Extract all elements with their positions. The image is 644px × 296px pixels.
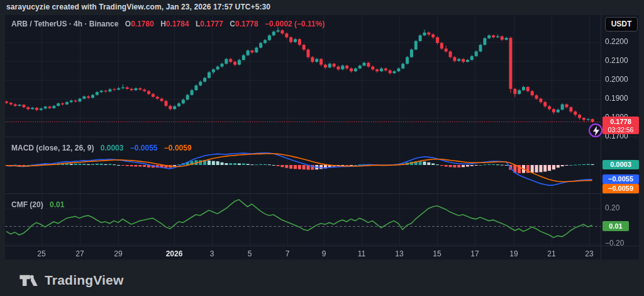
macd-hist-value: 0.0003 [101, 144, 124, 152]
tradingview-mark-icon [19, 271, 40, 289]
macd-line-badge: −0.0055 [602, 174, 639, 184]
price-tick-label: 0.2200 [605, 37, 628, 46]
price-tick-label: 0.1900 [605, 94, 628, 103]
time-tick-label: 19 [509, 249, 518, 258]
time-tick-label: 7 [286, 249, 290, 258]
last-price-value: 0.1778 [602, 118, 639, 126]
price-tick-label: 0.2000 [605, 75, 628, 84]
macd-legend[interactable]: MACD (close, 12, 26, 9) 0.0003 −0.0055 −… [11, 144, 192, 152]
time-tick-label: 27 [75, 249, 84, 258]
open-value: 0.1780 [131, 20, 154, 28]
cmf-params: (20) [30, 200, 43, 209]
symbol-legend[interactable]: ARB / TetherUS · 4h · Binance O0.1780 H0… [11, 20, 325, 28]
close-value: 0.1778 [235, 20, 258, 28]
cmf-legend[interactable]: CMF (20) 0.01 [11, 200, 64, 209]
time-tick-label: 17 [470, 249, 479, 258]
high-value: 0.1784 [166, 20, 189, 28]
currency-toggle-button[interactable]: USDT [605, 17, 638, 31]
tradingview-wordmark: TradingView [45, 273, 124, 288]
tradingview-logo[interactable]: TradingView [19, 271, 124, 289]
macd-hist-badge: 0.0003 [602, 160, 639, 169]
time-tick-label: 23 [585, 249, 593, 258]
macd-signal-badge: −0.0059 [602, 184, 639, 193]
time-tick-label: 13 [395, 249, 403, 258]
lightning-bolt-icon [592, 126, 600, 136]
low-value: 0.1777 [200, 20, 223, 28]
cmf-tick-label: 0.20 [605, 203, 619, 212]
cmf-value: 0.01 [50, 200, 64, 209]
macd-line-value: −0.0055 [130, 144, 158, 152]
attribution-text: sarayucyzie created with TradingView.com… [6, 3, 270, 11]
time-tick-label: 2026 [166, 249, 183, 258]
bar-countdown: 03:32:56 [602, 126, 639, 134]
time-tick-label: 15 [433, 249, 441, 258]
time-tick-label: 11 [358, 249, 365, 258]
cmf-tick-label: −0.20 [605, 239, 624, 248]
close-label: C [230, 20, 235, 28]
flash-boost-icon[interactable] [589, 123, 602, 137]
time-tick-label: 25 [37, 249, 45, 258]
time-tick-label: 21 [547, 249, 555, 258]
change-value: −0.0002 (−0.11%) [265, 20, 325, 28]
time-axis[interactable]: 2527292026357911131517192123 [5, 249, 601, 259]
macd-signal-value: −0.0059 [164, 144, 192, 152]
time-tick-label: 9 [322, 249, 326, 258]
time-tick-label: 5 [248, 249, 252, 258]
cmf-name[interactable]: CMF [11, 200, 28, 209]
high-label: H [160, 20, 166, 28]
cmf-value-badge: 0.01 [602, 221, 629, 231]
time-tick-label: 29 [114, 249, 122, 258]
time-tick-label: 3 [210, 249, 214, 258]
macd-name[interactable]: MACD [11, 144, 34, 152]
symbol-title[interactable]: ARB / TetherUS · 4h · Binance [11, 20, 118, 28]
last-price-badge: 0.1778 03:32:56 [602, 117, 639, 134]
chart-canvas[interactable] [5, 15, 639, 259]
tradingview-snapshot: sarayucyzie created with TradingView.com… [0, 0, 644, 296]
open-label: O [125, 20, 131, 28]
macd-params: (close, 12, 26, 9) [36, 144, 94, 152]
price-tick-label: 0.2100 [605, 56, 628, 65]
